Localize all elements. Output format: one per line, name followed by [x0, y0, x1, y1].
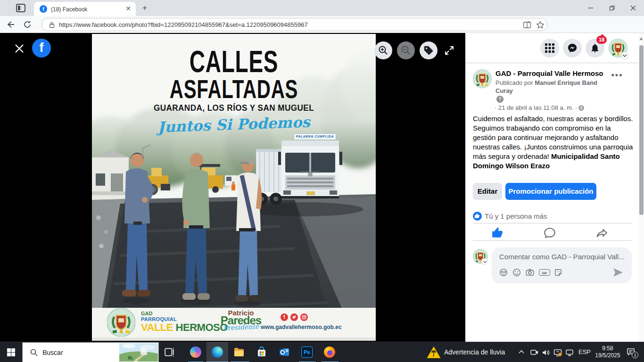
apps-menu-button[interactable] — [540, 39, 559, 58]
scrollbar-thumb[interactable] — [639, 45, 644, 215]
tray-meet-now-icon[interactable] — [530, 348, 538, 357]
facebook-logo[interactable]: f — [32, 39, 51, 58]
like-thumb-icon — [491, 227, 504, 239]
action-center-button[interactable]: 1 — [626, 347, 638, 358]
lock-icon — [49, 22, 55, 30]
zoom-out-button[interactable] — [397, 41, 415, 59]
window-close-button[interactable] — [622, 0, 644, 16]
tray-cast-icon[interactable] — [553, 348, 562, 357]
start-button[interactable] — [0, 342, 22, 362]
zoom-out-icon — [401, 45, 411, 56]
action-center-badge: 1 — [632, 352, 638, 358]
post-timestamp[interactable]: · 21 de abril a las 11:08 a. m. · — [495, 104, 584, 111]
taskbar-store-button[interactable] — [251, 342, 272, 362]
tab-actions-icon[interactable] — [16, 4, 25, 12]
rain-warning-icon — [427, 346, 441, 359]
weather-alert-button[interactable] — [427, 346, 441, 359]
taskbar-outlook-button[interactable] — [273, 342, 295, 362]
task-view-button[interactable] — [159, 342, 181, 362]
taskbar-photoshop-button[interactable]: Ps — [296, 342, 318, 362]
window-minimize-button[interactable] — [580, 0, 601, 16]
photoshop-icon: Ps — [301, 346, 313, 358]
back-button[interactable] — [6, 20, 15, 29]
comment-input[interactable]: Comentar como GAD - Parroquial Vall... G… — [492, 247, 632, 283]
address-bar[interactable]: https://www.facebook.com/photo?fbid=1220… — [41, 18, 548, 31]
scrollbar-up-arrow[interactable] — [639, 37, 643, 41]
tray-language-indicator[interactable]: ESP — [576, 348, 593, 355]
tray-network-icon[interactable] — [565, 348, 574, 357]
avatar-sticker-icon[interactable] — [499, 268, 508, 277]
maximize-icon — [609, 5, 615, 11]
like-button[interactable] — [491, 227, 504, 239]
tag-photo-button[interactable] — [420, 41, 438, 59]
screen: f (18) Facebook ✕ + https://www.facebook… — [0, 0, 644, 362]
gif-icon[interactable]: GIF — [539, 269, 550, 276]
post-options-button[interactable]: ••• — [610, 72, 625, 83]
refresh-button[interactable] — [23, 20, 32, 29]
account-chevron-badge — [621, 52, 628, 59]
taskbar-search-box[interactable]: Buscar — [22, 342, 159, 362]
window-maximize-button[interactable] — [601, 0, 622, 16]
edit-button[interactable]: Editar — [473, 183, 502, 200]
poster-bottom-strip — [92, 337, 376, 341]
photo-viewer: f — [0, 33, 465, 342]
split-screen-icon[interactable] — [523, 21, 531, 29]
notification-count-badge: 18 — [596, 36, 607, 44]
instagram-social-icon — [300, 313, 308, 321]
poster-subtitle: GUARANDA, LOS RÍOS Y SAN MUGUEL — [154, 103, 314, 113]
facebook-social-icon: f — [281, 313, 288, 321]
new-tab-button[interactable]: + — [140, 4, 149, 12]
taskbar-copilot-button[interactable] — [185, 342, 206, 362]
question-badge-icon[interactable]: ? — [496, 96, 504, 103]
twitter-social-icon — [290, 313, 298, 321]
clock-date: 19/5/2025 — [593, 352, 622, 359]
like-reaction-icon[interactable] — [473, 212, 482, 221]
search-icon — [30, 349, 38, 356]
page-scrollbar[interactable] — [638, 33, 644, 342]
messenger-icon — [567, 43, 578, 53]
post-photo[interactable]: CALLES ASFALTADAS GUARANDA, LOS RÍOS Y S… — [92, 34, 376, 341]
weather-alert-text[interactable]: Advertencia de lluvia — [444, 348, 505, 356]
firefox-icon — [324, 346, 335, 358]
likes-summary-text[interactable]: Tú y 1 persona más — [485, 212, 547, 220]
tab-close-icon[interactable]: ✕ — [124, 5, 132, 13]
comment-button[interactable] — [544, 227, 556, 239]
zoom-in-button[interactable] — [374, 41, 392, 59]
messenger-button[interactable] — [563, 39, 582, 58]
bing-daily-image[interactable] — [119, 343, 158, 362]
taskbar-explorer-button[interactable] — [228, 342, 250, 362]
actions-divider — [473, 240, 632, 241]
expand-icon — [444, 45, 455, 56]
tag-icon — [423, 45, 434, 56]
zoom-in-icon — [378, 45, 388, 56]
promote-post-button[interactable]: Promocionar publicación — [505, 183, 596, 200]
taskbar-edge-button[interactable] — [206, 342, 228, 362]
close-icon — [630, 5, 636, 11]
tray-chevron-up-icon[interactable] — [518, 348, 526, 357]
composer-avatar-chevron[interactable] — [481, 258, 488, 265]
likes-divider — [473, 223, 632, 223]
taskbar-firefox-button[interactable] — [319, 342, 340, 362]
favorite-star-icon[interactable] — [536, 21, 545, 29]
website-text: www.gadvallehermoso.gob.ec — [261, 324, 331, 330]
header-divider — [465, 63, 638, 63]
share-button[interactable] — [596, 227, 608, 239]
windows-logo-icon — [7, 348, 15, 356]
fullscreen-button[interactable] — [444, 45, 455, 56]
outlook-icon — [279, 346, 290, 358]
minimize-icon — [588, 5, 594, 11]
truck-banner-text: PALABRA CUMPLIDA — [294, 133, 336, 140]
poster-title-line2: ASFALTADAS — [170, 74, 298, 104]
tray-volume-icon[interactable] — [542, 348, 550, 357]
sticker-icon[interactable] — [554, 268, 562, 277]
viewer-close-button[interactable] — [14, 43, 25, 54]
send-comment-icon[interactable] — [613, 268, 623, 277]
emoji-icon[interactable] — [512, 268, 521, 277]
post-author-avatar[interactable] — [473, 69, 492, 88]
browser-tab-facebook[interactable]: f (18) Facebook ✕ — [34, 2, 136, 16]
search-placeholder: Buscar — [42, 349, 63, 356]
post-author-name[interactable]: GAD - Parroquial Valle Hermoso — [495, 69, 603, 77]
tray-clock[interactable]: 9:58 19/5/2025 — [593, 345, 622, 359]
camera-icon[interactable] — [526, 268, 534, 277]
taskbar: Buscar Ps Advertencia de lluvia — [0, 342, 644, 362]
